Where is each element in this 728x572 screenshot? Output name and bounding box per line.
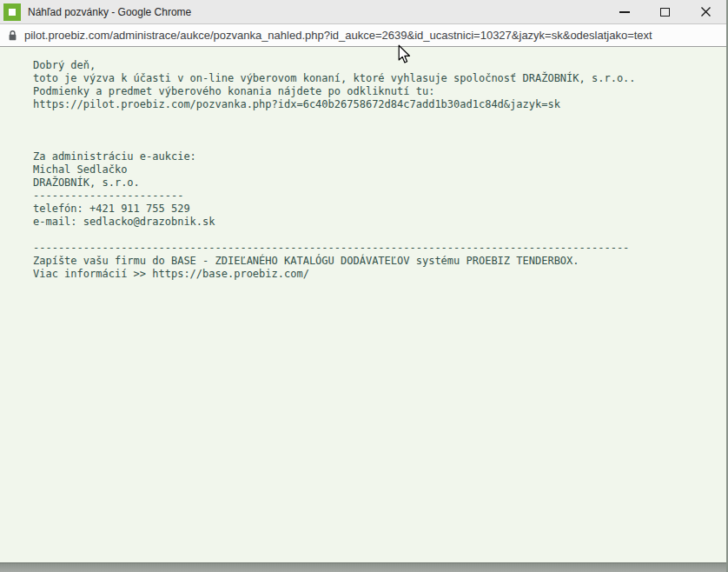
favicon-inner-square — [9, 9, 16, 16]
email-line: Podmienky a predmet výberového konania n… — [33, 85, 726, 98]
close-icon — [700, 6, 711, 17]
email-line: toto je výzva k účasti v on-line výberov… — [33, 72, 726, 85]
email-line: ------------------------ — [33, 190, 726, 203]
address-bar[interactable]: pilot.proebiz.com/administrace/aukce/poz… — [0, 24, 726, 47]
email-line: Dobrý deň, — [33, 59, 726, 72]
minimize-button[interactable] — [604, 0, 645, 23]
email-line: e-mail: sedlacko@drazobnik.sk — [33, 216, 726, 229]
email-line — [33, 124, 726, 137]
lock-icon[interactable] — [7, 30, 18, 42]
email-line: Zapíšte vašu firmu do BASE - ZDIEĽANÉHO … — [33, 255, 726, 268]
page-content: Dobrý deň,toto je výzva k účasti v on-li… — [0, 47, 726, 562]
email-line — [33, 229, 726, 242]
window-title: Náhľad pozvánky - Google Chrome — [28, 6, 604, 18]
window-controls — [604, 0, 726, 23]
maximize-icon — [660, 8, 670, 17]
email-line: https://pilot.proebiz.com/pozvanka.php?i… — [33, 98, 726, 111]
email-line — [33, 111, 726, 124]
email-line: telefón: +421 911 755 529 — [33, 203, 726, 216]
minimize-icon — [619, 11, 630, 13]
url-text[interactable]: pilot.proebiz.com/administrace/aukce/poz… — [24, 29, 652, 42]
email-body: Dobrý deň,toto je výzva k účasti v on-li… — [0, 47, 726, 281]
email-line: DRAŽOBNÍK, s.r.o. — [33, 176, 726, 190]
email-line: Michal Sedlačko — [33, 163, 726, 176]
email-line — [33, 137, 726, 150]
proebiz-favicon-icon — [3, 3, 21, 21]
email-line: Viac informácií >> https://base.proebiz.… — [33, 268, 726, 281]
window-bottom-border — [0, 562, 726, 572]
chrome-popup-window: Náhľad pozvánky - Google Chrome — [0, 0, 728, 572]
email-line: Za administráciu e-aukcie: — [33, 150, 726, 163]
window-titlebar: Náhľad pozvánky - Google Chrome — [0, 0, 726, 24]
maximize-button[interactable] — [645, 0, 685, 23]
close-button[interactable] — [685, 0, 726, 23]
email-line: ----------------------------------------… — [33, 242, 726, 255]
